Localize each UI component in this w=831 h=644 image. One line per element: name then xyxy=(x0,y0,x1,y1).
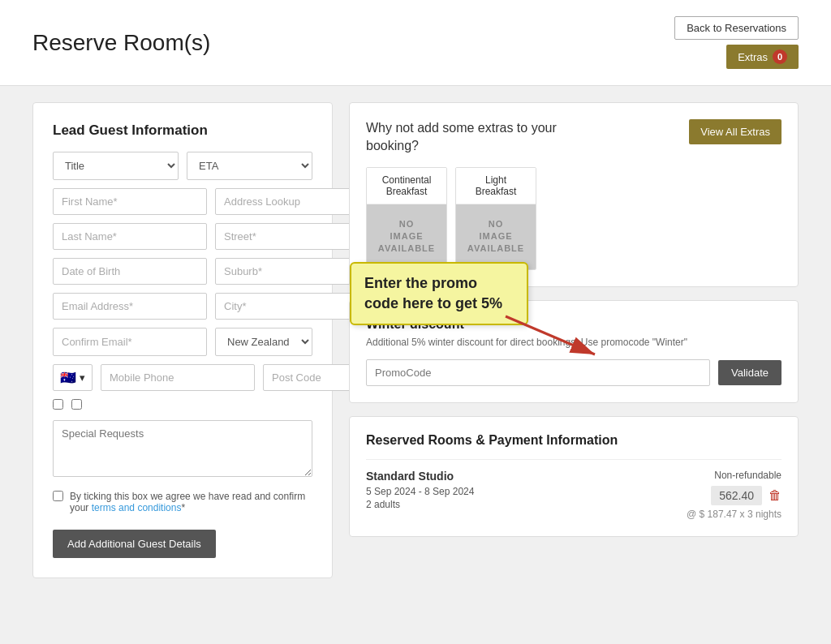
room-row: Standard Studio 5 Sep 2024 - 8 Sep 2024 … xyxy=(366,470,781,520)
dob-suburb-row xyxy=(53,258,312,285)
country-select[interactable]: New Zealand xyxy=(215,328,312,356)
promo-tooltip: Enter the promo code here to get 5% xyxy=(350,262,528,325)
lead-guest-title: Lead Guest Information xyxy=(53,122,312,139)
room-dates: 5 Sep 2024 - 8 Sep 2024 xyxy=(366,486,474,497)
delete-room-icon[interactable]: 🗑 xyxy=(769,488,781,503)
validate-button[interactable]: Validate xyxy=(718,360,781,385)
phone-flag-selector[interactable]: 🇦🇺 ▾ xyxy=(53,364,93,391)
eta-select[interactable]: ETA xyxy=(187,152,312,180)
confirm-email-input[interactable] xyxy=(53,328,207,356)
terms-text: By ticking this box we agree we have rea… xyxy=(70,491,312,513)
checkboxes-placeholder xyxy=(53,399,312,412)
promo-code-input[interactable] xyxy=(366,359,710,386)
extras-item-light[interactable]: LightBreakfast NOIMAGEAVAILABLE xyxy=(455,167,536,270)
dob-input[interactable] xyxy=(53,258,207,285)
extras-card-header: Why not add some extras to your booking?… xyxy=(366,119,781,156)
payment-card: Reserved Rooms & Payment Information Sta… xyxy=(349,416,799,537)
main-content: Lead Guest Information Title ETA xyxy=(0,86,831,595)
extras-badge: 0 xyxy=(773,49,787,64)
city-input[interactable] xyxy=(215,293,369,320)
price-row: 562.40 🗑 xyxy=(687,486,781,505)
lead-guest-panel: Lead Guest Information Title ETA xyxy=(32,102,333,578)
view-all-extras-button[interactable]: View All Extras xyxy=(689,119,781,144)
nz-flag-icon: 🇦🇺 xyxy=(60,370,76,385)
extras-heading: Why not add some extras to your booking? xyxy=(366,119,561,156)
header-right: Back to Reservations Extras 0 xyxy=(674,16,799,69)
discount-card: Winter discount Additional 5% winter dis… xyxy=(349,300,799,403)
last-name-input[interactable] xyxy=(53,223,207,250)
flag-chevron: ▾ xyxy=(80,371,85,384)
discount-desc: Additional 5% winter discount for direct… xyxy=(366,337,781,348)
extras-button[interactable]: Extras 0 xyxy=(726,45,799,69)
back-to-reservations-button[interactable]: Back to Reservations xyxy=(674,16,799,40)
no-image-light: NOIMAGEAVAILABLE xyxy=(456,204,536,269)
special-requests-input[interactable] xyxy=(53,420,312,477)
confirm-email-country-row: New Zealand xyxy=(53,328,312,356)
promo-row: Enter the promo code here to get 5% Vali… xyxy=(366,359,781,386)
terms-row: By ticking this box we agree we have rea… xyxy=(53,491,312,513)
per-night-info: @ $ 187.47 x 3 nights xyxy=(687,509,781,520)
checkbox-2[interactable] xyxy=(71,399,82,410)
first-name-input[interactable] xyxy=(53,188,207,215)
page-title: Reserve Room(s) xyxy=(32,30,210,56)
right-panel: Why not add some extras to your booking?… xyxy=(349,102,799,578)
lastname-street-row xyxy=(53,223,312,250)
email-input[interactable] xyxy=(53,293,207,320)
extras-item-continental[interactable]: ContinentalBreakfast NOIMAGEAVAILABLE xyxy=(366,167,447,270)
title-select[interactable]: Title xyxy=(53,152,179,180)
no-image-continental: NOIMAGEAVAILABLE xyxy=(367,204,446,269)
room-guests: 2 adults xyxy=(366,499,474,510)
room-name: Standard Studio xyxy=(366,470,474,483)
extras-item-label-continental: ContinentalBreakfast xyxy=(367,168,446,204)
room-price-col: Non-refundable 562.40 🗑 @ $ 187.47 x 3 n… xyxy=(687,470,781,520)
email-city-row xyxy=(53,293,312,320)
terms-checkbox[interactable] xyxy=(53,491,63,501)
firstname-address-row xyxy=(53,188,312,215)
suburb-input[interactable] xyxy=(215,258,369,285)
payment-divider xyxy=(366,459,781,460)
extras-label: Extras xyxy=(738,51,768,63)
payment-title: Reserved Rooms & Payment Information xyxy=(366,433,781,448)
add-additional-guest-button[interactable]: Add Additional Guest Details xyxy=(53,530,216,558)
extras-item-label-light: LightBreakfast xyxy=(456,168,536,204)
extras-grid: ContinentalBreakfast NOIMAGEAVAILABLE Li… xyxy=(366,167,781,270)
phone-postcode-row: 🇦🇺 ▾ xyxy=(53,364,312,391)
room-info: Standard Studio 5 Sep 2024 - 8 Sep 2024 … xyxy=(366,470,474,510)
mobile-input[interactable] xyxy=(101,364,255,391)
price-amount: 562.40 xyxy=(711,486,762,505)
title-eta-row: Title ETA xyxy=(53,152,312,180)
address-lookup-input[interactable] xyxy=(215,188,369,215)
header: Reserve Room(s) Back to Reservations Ext… xyxy=(0,0,831,86)
refundable-badge: Non-refundable xyxy=(687,470,781,481)
extras-card: Why not add some extras to your booking?… xyxy=(349,102,799,287)
street-input[interactable] xyxy=(215,223,369,250)
checkbox-1[interactable] xyxy=(53,399,63,410)
terms-link[interactable]: terms and conditions xyxy=(92,502,182,513)
